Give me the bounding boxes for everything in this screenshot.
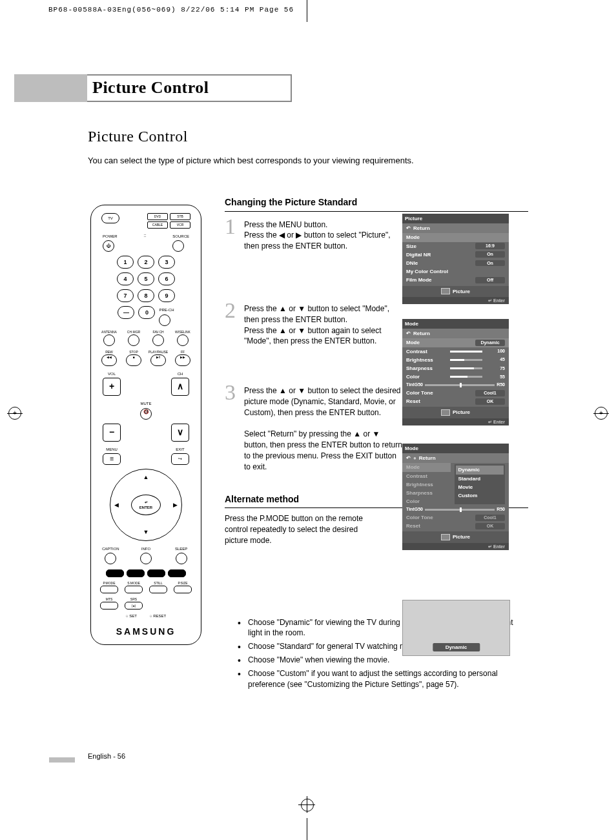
osd-option: Dynamic: [456, 466, 504, 474]
list-item: Choose "Movie" when viewing the movie.: [238, 655, 528, 666]
osd-row: Mode: [402, 233, 509, 241]
remote-label: POWER: [103, 234, 118, 239]
remote-num-9: 9: [158, 289, 175, 302]
osd-tint-row: TintG50R50: [402, 381, 509, 389]
osd-option: Standard: [456, 475, 504, 483]
crop-mark-text: BP68-00588A-03Eng(056~069) 8/22/06 5:14 …: [48, 5, 294, 15]
remote-num-4: 4: [117, 272, 134, 285]
menu-button: ☰: [103, 453, 121, 465]
osd-hint: ↵ Enter: [402, 418, 509, 426]
ff-button: ▶▶: [175, 354, 190, 366]
remote-label: WISELINK: [171, 330, 194, 334]
osd-mode-select: Mode ● Return ModeContrastBrightnessShar…: [402, 444, 509, 550]
tv-screen-preview: Dynamic: [402, 600, 510, 656]
osd-row: Sharpness75: [402, 364, 509, 373]
page-marker: [49, 757, 75, 763]
color-button: [106, 569, 124, 577]
osd-row: ResetOK: [402, 522, 509, 530]
osd-footer: Picture: [402, 407, 509, 418]
ch-down: ∨: [171, 424, 189, 442]
mts-button: [100, 602, 118, 610]
osd-picture-menu: Picture Return ModeSize16:9Digital NROnD…: [402, 214, 509, 304]
remote-num-7: 7: [117, 289, 134, 302]
remote-label: MTS: [98, 597, 121, 602]
smode-button: [125, 586, 143, 593]
remote-label: DVD: [147, 213, 168, 220]
remote-label: CH: [171, 371, 189, 376]
osd-row: ResetOK: [402, 397, 509, 405]
remote-label: MUTE: [140, 401, 152, 406]
osd-title: Mode: [402, 444, 509, 453]
down-arrow-icon: ▼: [143, 528, 149, 537]
remote-num-6: 6: [158, 272, 175, 285]
osd-return: Return: [402, 329, 509, 338]
source-button: [172, 240, 184, 252]
antenna-button: [103, 334, 115, 346]
osd-row: Film ModeOff: [402, 276, 509, 284]
osd-row: Contrast100: [402, 347, 509, 356]
remote-label: EXIT: [171, 447, 189, 452]
picture-icon: [441, 534, 450, 540]
osd-mode-menu: Mode Return ModeDynamicContrast100Bright…: [402, 319, 509, 425]
osd-option: Custom: [456, 491, 504, 500]
still-button: [149, 586, 167, 593]
remote-num-5: 5: [138, 272, 154, 285]
step-text: Press the ▲ or ▼ button to select the de…: [244, 383, 402, 472]
mute-button: 🔇: [140, 408, 152, 420]
stop-button: ■: [126, 354, 141, 366]
remote-label: VCR: [170, 221, 190, 229]
registration-mark: +: [595, 407, 608, 420]
step-number: 3: [225, 383, 238, 472]
title-grey-block: [14, 74, 87, 102]
osd-title: Picture: [402, 214, 509, 223]
remote-label: ANTENNA: [98, 330, 121, 334]
page-number: English - 56: [88, 752, 125, 761]
remote-label: VOL: [103, 371, 121, 376]
crop-line: [307, 0, 307, 22]
osd-return: Return: [402, 223, 509, 233]
screen-mode-tag: Dynamic: [433, 643, 480, 651]
pmode-button: [100, 586, 118, 593]
osd-hint: ↵ Enter: [402, 297, 509, 305]
osd-footer: Picture: [402, 286, 509, 297]
remote-label: SLEEP: [168, 546, 194, 551]
osd-row: Color: [402, 497, 451, 506]
osd-tint-row: TintG50R50: [402, 506, 509, 513]
remote-label: STILL: [147, 581, 170, 586]
osd-title: Mode: [402, 319, 509, 329]
play-pause-button: ▶II: [150, 354, 166, 366]
osd-option: Movie: [456, 483, 504, 491]
picture-icon: [441, 409, 450, 416]
vol-down: −: [103, 424, 121, 442]
osd-row: Contrast: [402, 472, 451, 480]
osd-row: Brightness: [402, 480, 451, 489]
ch-up: ∧: [171, 378, 189, 396]
remote-num-3: 3: [158, 256, 175, 269]
remote-label: FF: [171, 350, 194, 354]
step-number: 2: [225, 301, 238, 347]
osd-row: Color ToneCool1: [402, 389, 509, 397]
remote-label: PLAY/PAUSE: [147, 350, 170, 354]
osd-row: Digital NROn: [402, 251, 509, 259]
osd-footer: Picture: [402, 531, 509, 542]
prech-button: [159, 314, 170, 326]
remote-label: CABLE: [147, 221, 168, 229]
step-number: 1: [225, 217, 238, 252]
picture-icon: [441, 288, 450, 294]
osd-option-list: DynamicStandardMovieCustom: [455, 464, 506, 504]
vol-up: +: [103, 378, 121, 396]
enter-button: ↵ENTER: [131, 495, 161, 515]
remote-label: STOP: [122, 350, 145, 354]
chapter-title-bar: Picture Control: [14, 74, 292, 102]
remote-control-illustration: TV DVD STB CABLE VCR POWER⏻ :: SOURCE 1: [90, 205, 201, 645]
remote-label: CAPTION: [98, 546, 124, 551]
section-subtitle: Picture Control: [88, 126, 188, 148]
exit-button: ↪: [171, 453, 189, 465]
color-button: [147, 569, 165, 577]
remote-label: REW: [98, 350, 121, 354]
wiselink-button: [177, 334, 189, 346]
left-arrow-icon: ◀: [114, 501, 119, 509]
remote-num-2: 2: [138, 256, 154, 269]
remote-num-1: 1: [117, 256, 134, 269]
psize-button: [174, 586, 192, 593]
